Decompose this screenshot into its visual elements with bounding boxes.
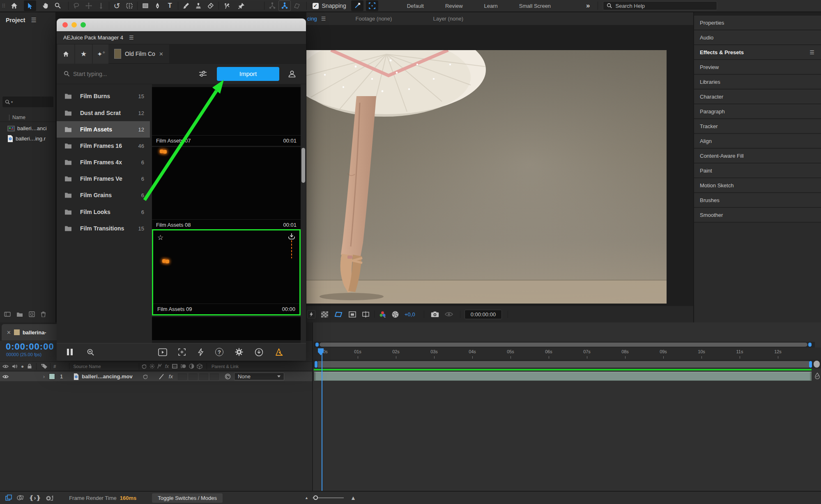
video-column-eye-icon[interactable] <box>2 364 9 368</box>
tab-layer[interactable]: Layer (none) <box>433 16 463 22</box>
motion-blur-column-icon[interactable] <box>180 364 186 369</box>
pack-tab-old-film[interactable]: Old Film Co ✕ <box>108 44 169 63</box>
source-name-column-header[interactable]: Source Name <box>73 364 101 369</box>
playhead-line[interactable] <box>322 348 322 491</box>
8bpc-icon[interactable] <box>4 311 11 317</box>
render-snail-icon[interactable] <box>45 495 54 501</box>
help-search-box[interactable] <box>603 1 717 10</box>
shy-column-icon[interactable] <box>141 364 147 369</box>
layer-expand-chevron-icon[interactable]: › <box>43 374 45 380</box>
pen-tool-icon[interactable] <box>152 0 164 11</box>
camera-tool-icon[interactable] <box>123 0 136 11</box>
tab-composition-active[interactable]: cing <box>307 16 317 22</box>
panel-tab-paragraph[interactable]: Paragraph <box>694 104 821 118</box>
help-search-input[interactable] <box>616 3 698 9</box>
aejuice-logo-icon[interactable] <box>275 348 284 356</box>
project-name-column-header[interactable]: Name <box>12 115 25 120</box>
timeline-composition-tab[interactable]: ✕ ballerina- <box>2 324 62 341</box>
rotation-tool-icon[interactable]: ↺ <box>111 0 123 11</box>
import-button[interactable]: Import <box>217 67 279 81</box>
quick-actions-bolt-icon[interactable] <box>198 348 204 356</box>
window-close-button[interactable] <box>62 22 68 28</box>
graph-editor-icon[interactable] <box>814 373 820 379</box>
workspace-tab-small-screen[interactable]: Small Screen <box>519 3 551 9</box>
frame-blend-column-icon[interactable] <box>172 364 178 369</box>
pack-search-input[interactable] <box>73 71 176 77</box>
effects-column-header[interactable]: fx <box>165 364 169 369</box>
workspace-tab-learn[interactable]: Learn <box>484 3 498 9</box>
rectangle-tool-icon[interactable] <box>139 0 152 11</box>
label-column-tag-icon[interactable] <box>41 364 48 369</box>
project-panel-menu-icon[interactable]: ☰ <box>31 16 36 24</box>
panel-tab-properties[interactable]: Properties <box>694 16 821 30</box>
work-area-bar[interactable] <box>313 360 821 368</box>
snap-along-edges-icon[interactable] <box>351 0 363 11</box>
zoom-out-mountain-icon[interactable]: ▲ <box>305 496 308 500</box>
crop-region-icon[interactable] <box>362 311 370 318</box>
exposure-value[interactable]: +0,0 <box>405 311 415 318</box>
pause-previews-icon[interactable] <box>67 349 73 355</box>
downloads-icon[interactable] <box>255 348 263 357</box>
panel-tab-brushes[interactable]: Brushes <box>694 193 821 207</box>
category-film-burns[interactable]: Film Burns15 <box>57 88 150 104</box>
category-film-looks[interactable]: Film Looks6 <box>57 204 150 220</box>
workspace-tab-review[interactable]: Review <box>445 3 463 9</box>
close-icon[interactable]: ✕ <box>159 51 163 57</box>
region-of-interest-icon[interactable] <box>334 311 343 318</box>
lock-column-icon[interactable] <box>27 364 32 369</box>
favorite-star-icon[interactable]: ☆ <box>157 233 163 242</box>
layer-row[interactable]: › 1 balleri…ancing.mov fx None <box>0 372 312 381</box>
layer-fx-badge[interactable]: fx <box>169 373 173 380</box>
zoom-tool-icon[interactable] <box>52 0 64 11</box>
thumb-film-assets-07[interactable]: Film Assets 0700:01 <box>152 87 301 146</box>
category-film-frames-16[interactable]: Film Frames 1646 <box>57 138 150 154</box>
workspace-tab-default[interactable]: Default <box>407 3 424 9</box>
timeline-ruler[interactable]: 0s 01s 02s 03s 04s 05s 06s 07s 08s 09s 1… <box>313 348 821 360</box>
collapse-column-icon[interactable] <box>149 364 155 369</box>
layer-shy-icon[interactable] <box>143 374 148 379</box>
new-composition-icon[interactable] <box>29 311 35 317</box>
solo-column-icon[interactable]: ● <box>21 364 24 369</box>
workspace-overflow-icon[interactable]: » <box>586 2 590 10</box>
thumb-partial-next[interactable] <box>152 317 301 340</box>
download-icon[interactable] <box>288 233 295 240</box>
category-dust-scratches[interactable]: Dust and Scrat12 <box>57 105 150 121</box>
work-area-start-handle[interactable] <box>315 361 317 368</box>
aejuice-favorites-button[interactable]: ★ <box>75 44 92 64</box>
node-tool-active-icon[interactable] <box>278 0 291 11</box>
fit-frame-icon[interactable] <box>178 348 186 356</box>
home-tool-icon[interactable] <box>8 0 21 11</box>
window-zoom-button[interactable] <box>80 22 86 28</box>
layer-visibility-eye-icon[interactable] <box>2 375 9 379</box>
panel-tab-audio[interactable]: Audio <box>694 30 821 44</box>
adjustment-column-icon[interactable] <box>189 364 194 369</box>
channel-rgb-icon[interactable] <box>379 311 386 318</box>
puppet-pin-tool-icon[interactable] <box>235 0 248 11</box>
timeline-timecode[interactable]: 0:00:00:00 <box>6 341 54 352</box>
panel-menu-icon[interactable]: ☰ <box>810 49 814 55</box>
project-item-movie[interactable]: balleri…ing.r <box>0 133 56 144</box>
panel-tab-tracker[interactable]: Tracker <box>694 119 821 133</box>
delete-icon[interactable] <box>41 311 46 317</box>
project-search-box[interactable]: ▾ <box>2 97 53 107</box>
exposure-shutter-icon[interactable] <box>392 311 399 318</box>
scrollbar-left-cap[interactable] <box>315 343 319 347</box>
thumb-film-assets-09-selected[interactable]: ☆ Film Assets 0900:00 <box>152 229 301 315</box>
thumb-film-assets-08[interactable]: Film Assets 0800:01 <box>152 147 301 230</box>
panel-tab-smoother[interactable]: Smoother <box>694 208 821 222</box>
panel-tab-align[interactable]: Align <box>694 134 821 148</box>
zoom-in-mountain-icon[interactable]: ▲ <box>350 495 356 501</box>
category-film-assets[interactable]: Film Assets12 <box>57 121 150 138</box>
toggle-switches-modes-button[interactable]: Toggle Switches / Modes <box>152 493 223 503</box>
parent-link-column-header[interactable]: Parent & Link <box>212 364 239 369</box>
project-item-footage[interactable]: balleri…anci <box>0 123 56 133</box>
parent-pickwhip-icon[interactable] <box>225 373 231 380</box>
fast-previews-icon[interactable] <box>307 310 315 318</box>
type-tool-icon[interactable]: T <box>164 0 176 11</box>
brush-tool-icon[interactable] <box>180 0 192 11</box>
settings-gear-icon[interactable] <box>235 348 243 356</box>
tab-footage[interactable]: Footage (none) <box>356 16 392 22</box>
scrollbar-thumb[interactable] <box>320 343 807 347</box>
close-icon[interactable]: ✕ <box>7 329 11 336</box>
roto-brush-tool-icon[interactable] <box>221 0 233 11</box>
